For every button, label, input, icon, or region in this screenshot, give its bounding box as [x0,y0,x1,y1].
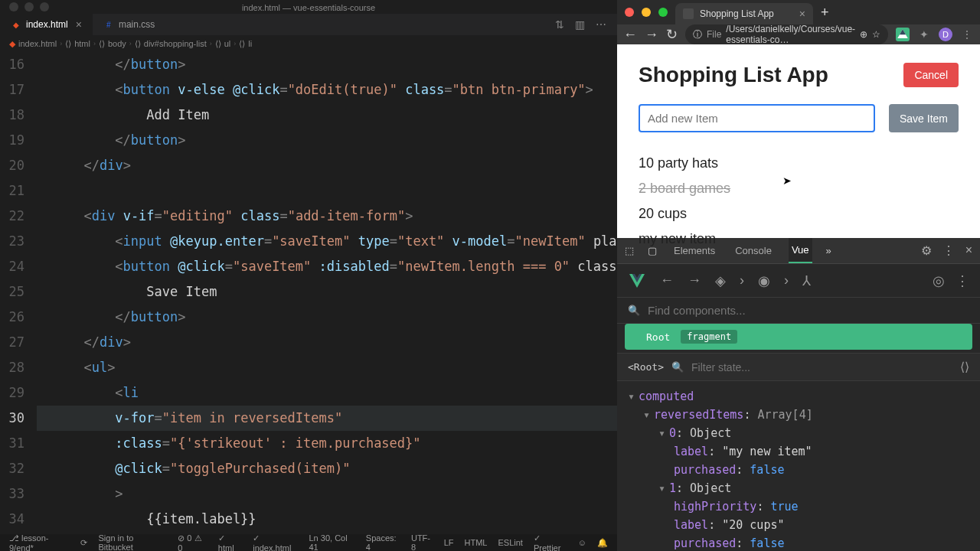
code-icon: ⟨⟩ [135,39,141,49]
feedback-icon[interactable]: ☺ [578,538,586,547]
forward-icon[interactable]: → [688,272,701,289]
save-item-button[interactable]: Save Item [889,104,959,132]
tree-icon[interactable]: ⅄ [802,272,811,289]
components-icon[interactable]: ◈ [715,272,726,289]
vue-devtools-icon[interactable] [896,28,910,41]
avatar[interactable]: D [939,28,952,41]
browser-tab[interactable]: Shopping List App × [675,3,813,24]
chevron-right-icon[interactable]: › [740,272,744,289]
crumb[interactable]: index.html [18,39,57,48]
code-icon: ⟨⟩ [239,39,245,49]
close-devtools-icon[interactable]: × [965,243,972,258]
git-branch[interactable]: ⎇ lesson-9/end* [9,533,70,552]
close-icon[interactable]: × [76,18,82,31]
eol[interactable]: LF [444,538,454,547]
search-input[interactable] [648,304,969,317]
crumb[interactable]: li [248,39,252,48]
html-file-icon: ◆ [11,19,21,30]
reload-button[interactable]: ↻ [666,26,678,43]
editor-tab-bar: ◆ index.html × # main.css ⇅ ▥ ⋯ [0,14,617,35]
tab-title: Shopping List App [700,8,774,19]
component-tree-root[interactable]: Root fragment [625,324,972,350]
star-icon[interactable]: ☆ [872,29,880,40]
url-bar[interactable]: ⓘ File /Users/danielkelly/Courses/vue-es… [685,24,888,44]
bitbucket-signin[interactable]: Sign in to Bitbucket [98,533,167,551]
problems[interactable]: ⊘ 0 ⚠ 0 [178,533,207,552]
extension-icons: ✦ D ⋮ [896,28,974,41]
list-item[interactable]: 20 cups [639,201,959,227]
close-window[interactable] [625,8,634,17]
file-indicator[interactable]: ✓ index.html [253,533,298,552]
back-icon[interactable]: ← [660,272,674,289]
compare-icon[interactable]: ⇅ [555,18,564,31]
reader-icon[interactable]: ⊕ [860,29,867,40]
crumb[interactable]: div#shopping-list [144,39,207,48]
devtools: ⬚ ▢ Elements Console Vue » ⚙ ⋮ × ← → ◈ ›… [617,238,980,551]
minimize-window[interactable] [642,8,651,17]
cursor-icon: ➤ [782,174,792,187]
url-scheme: File [707,29,721,40]
search-icon: 🔍 [628,305,640,316]
app-viewport: Shopping List App Cancel Save Item 10 pa… [617,44,980,238]
target-icon[interactable]: ◎ [933,272,945,289]
tab-label: index.html [26,19,68,30]
code-icon: ⟨⟩ [65,39,71,49]
crumb[interactable]: ul [224,39,231,48]
cancel-button[interactable]: Cancel [903,63,959,87]
menu-icon[interactable]: ⋮ [960,28,974,41]
url-bar-row: ← → ↻ ⓘ File /Users/danielkelly/Courses/… [617,24,980,44]
code-area[interactable]: 16171819202122232425262728293031323334 <… [0,52,617,534]
tab-actions: ⇅ ▥ ⋯ [555,18,617,31]
vue-logo-icon [628,272,646,290]
close-icon[interactable]: × [799,8,805,20]
breadcrumb: ◆ index.html› ⟨⟩html› ⟨⟩body› ⟨⟩div#shop… [0,35,617,52]
shopping-list: 10 party hats2 board games20 cupsmy new … [639,151,959,252]
tab-label: main.css [119,19,155,30]
search-icon: 🔍 [671,361,684,373]
html-indicator[interactable]: ✓ html [218,533,242,552]
compass-icon[interactable]: ◉ [758,272,770,289]
bell-icon[interactable]: 🔔 [597,538,608,548]
browser-pane: Shopping List App × + ← → ↻ ⓘ File /User… [617,0,980,551]
chrome-tab-strip: Shopping List App × + [617,0,980,24]
gutter: 16171819202122232425262728293031323334 [0,52,37,534]
page-title: Shopping List App [639,63,828,87]
more-icon[interactable]: ⋮ [956,272,969,289]
info-icon[interactable]: ⓘ [693,28,702,41]
lang[interactable]: HTML [465,538,488,547]
chevron-right-icon[interactable]: › [784,272,789,289]
crumb[interactable]: html [74,39,90,48]
root-label: Root [646,331,670,343]
forward-button[interactable]: → [645,27,658,43]
code-icon: ⟨⟩ [99,39,105,49]
url-path: /Users/danielkelly/Courses/vue-essential… [726,24,855,45]
state-inspector[interactable]: ▾computed ▾reversedItems: Array[4] ▾0: O… [617,381,980,551]
encoding[interactable]: UTF-8 [411,533,433,551]
extensions-icon[interactable]: ✦ [917,28,931,41]
tab-main-css[interactable]: # main.css [93,14,165,35]
list-item[interactable]: 2 board games [639,176,959,201]
filter-state-input[interactable] [691,361,952,373]
cursor-pos[interactable]: Ln 30, Col 41 [309,533,355,551]
inspect-icon[interactable]: ⬚ [625,245,634,256]
fragment-badge: fragment [681,330,737,344]
back-button[interactable]: ← [623,27,637,43]
window-title: index.html — vue-essentials-course [0,3,617,12]
spaces[interactable]: Spaces: 4 [366,533,400,551]
new-tab-button[interactable]: + [821,5,829,21]
selected-component: <Root> [628,361,664,373]
tab-index-html[interactable]: ◆ index.html × [0,14,93,35]
code-icon: ⟨⟩ [215,39,221,49]
prettier[interactable]: ✓ Prettier [534,533,567,552]
list-item[interactable]: 10 party hats [639,151,959,176]
split-icon[interactable]: ▥ [575,18,585,31]
list-item[interactable]: my new item [639,227,959,252]
sync-icon[interactable]: ⟳ [80,538,87,548]
eslint[interactable]: ESLint [498,538,523,547]
maximize-window[interactable] [658,8,668,17]
more-icon[interactable]: ⋯ [596,18,606,31]
expand-icon[interactable]: ⟨⟩ [960,360,969,374]
crumb[interactable]: body [108,39,126,48]
code-body[interactable]: </button> <button v-else @click="doEdit(… [37,52,617,534]
new-item-input[interactable] [639,104,875,132]
